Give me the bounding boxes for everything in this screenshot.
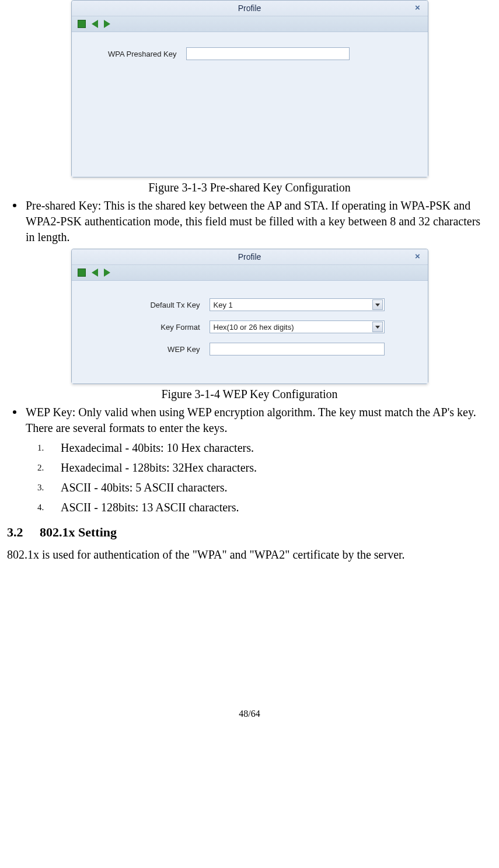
dialog-title: Profile bbox=[72, 249, 428, 264]
dialog-title: Profile bbox=[72, 1, 428, 16]
dialog-body: Default Tx Key Key 1 Key Format Hex(10 o… bbox=[72, 281, 428, 384]
page-number: 48/64 bbox=[7, 709, 492, 731]
bullet-psk: Pre-shared Key: This is the shared key b… bbox=[23, 198, 492, 245]
form-row-wepkey: WEP Key bbox=[72, 338, 428, 360]
forward-arrow-icon[interactable] bbox=[104, 20, 110, 28]
section-number: 3.2 bbox=[7, 525, 40, 540]
list-item: Hexadecimal - 40bits: 10 Hex characters. bbox=[43, 440, 492, 456]
profile-dialog-wep: Profile × Default Tx Key Key 1 Key Forma… bbox=[71, 249, 428, 384]
list-item: ASCII - 128bits: 13 ASCII characters. bbox=[43, 499, 492, 515]
txkey-select[interactable]: Key 1 bbox=[210, 298, 385, 311]
close-icon[interactable]: × bbox=[413, 251, 423, 262]
close-icon[interactable]: × bbox=[413, 2, 423, 13]
txkey-value: Key 1 bbox=[214, 301, 233, 309]
forward-arrow-icon[interactable] bbox=[104, 269, 110, 277]
list-item: Hexadecimal - 128bits: 32Hex characters. bbox=[43, 459, 492, 476]
profile-dialog-psk: Profile × WPA Preshared Key bbox=[71, 0, 428, 177]
bullet-wep: WEP Key: Only valid when using WEP encry… bbox=[23, 405, 492, 436]
figure-caption-2: Figure 3-1-4 WEP Key Configuration bbox=[7, 388, 492, 401]
form-row-keyformat: Key Format Hex(10 or 26 hex digits) bbox=[72, 316, 428, 338]
psk-input[interactable] bbox=[186, 47, 350, 60]
form-row-txkey: Default Tx Key Key 1 bbox=[72, 294, 428, 316]
keyformat-value: Hex(10 or 26 hex digits) bbox=[214, 323, 294, 332]
stop-icon[interactable] bbox=[78, 20, 86, 28]
dialog-toolbar bbox=[72, 265, 428, 281]
dialog-titlebar: Profile × bbox=[72, 1, 428, 16]
dialog-body: WPA Preshared Key bbox=[72, 32, 428, 177]
figure-caption-1: Figure 3-1-3 Pre-shared Key Configuratio… bbox=[7, 181, 492, 194]
chevron-down-icon bbox=[372, 322, 383, 332]
dialog-toolbar bbox=[72, 16, 428, 32]
stop-icon[interactable] bbox=[78, 269, 86, 277]
back-arrow-icon[interactable] bbox=[92, 20, 98, 28]
dialog-titlebar: Profile × bbox=[72, 249, 428, 265]
keyformat-label: Key Format bbox=[83, 323, 210, 332]
section-heading: 3.2802.1x Setting bbox=[7, 525, 492, 540]
numbered-list: Hexadecimal - 40bits: 10 Hex characters.… bbox=[7, 440, 492, 515]
wepkey-label: WEP Key bbox=[83, 345, 210, 354]
back-arrow-icon[interactable] bbox=[92, 269, 98, 277]
form-row-psk: WPA Preshared Key bbox=[72, 43, 428, 65]
list-item: ASCII - 40bits: 5 ASCII characters. bbox=[43, 479, 492, 496]
keyformat-select[interactable]: Hex(10 or 26 hex digits) bbox=[210, 320, 385, 333]
psk-label: WPA Preshared Key bbox=[83, 50, 186, 58]
bullet-list-2: WEP Key: Only valid when using WEP encry… bbox=[7, 405, 492, 436]
txkey-label: Default Tx Key bbox=[83, 301, 210, 309]
section-title: 802.1x Setting bbox=[40, 525, 117, 539]
wepkey-input[interactable] bbox=[210, 343, 385, 355]
body-paragraph: 802.1x is used for authentication of the… bbox=[7, 547, 492, 563]
bullet-list-1: Pre-shared Key: This is the shared key b… bbox=[7, 198, 492, 245]
chevron-down-icon bbox=[372, 299, 383, 310]
